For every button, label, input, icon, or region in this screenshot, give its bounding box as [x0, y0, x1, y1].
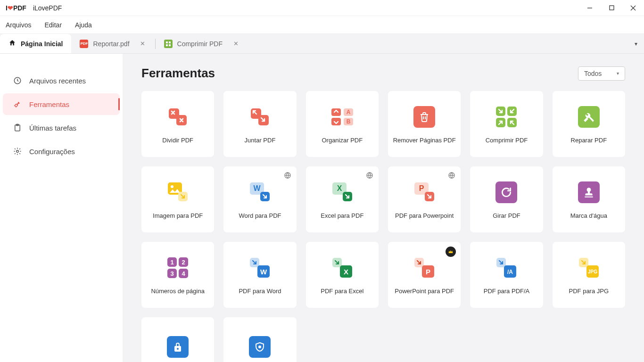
globe-icon — [283, 171, 292, 180]
sidebar-label: Ferramentas — [29, 100, 69, 108]
tool-pdf-to-word[interactable]: W PDF para Word — [223, 242, 296, 308]
tool-pdf-to-jpg[interactable]: JPG PDF para JPG — [553, 242, 625, 308]
tool-label: Juntar PDF — [245, 137, 276, 144]
logo-text: I❤PDF — [6, 4, 26, 12]
svg-rect-4 — [166, 41, 168, 43]
filter-dropdown[interactable]: Todos ▾ — [578, 66, 625, 81]
pdf-word-icon: W — [247, 255, 273, 281]
lock-icon — [165, 334, 191, 360]
content-header: Ferramentas Todos ▾ — [141, 66, 625, 81]
window-controls — [579, 0, 644, 16]
filter-label: Todos — [584, 70, 602, 77]
menu-help[interactable]: Ajuda — [75, 21, 92, 29]
svg-rect-17 — [331, 118, 341, 125]
svg-text:B: B — [346, 118, 350, 125]
merge-icon — [247, 104, 273, 130]
tool-word-to-pdf[interactable]: W Word para PDF — [223, 166, 296, 232]
svg-rect-7 — [169, 44, 171, 46]
tool-label: Word para PDF — [239, 212, 281, 220]
tool-label: PDF para Excel — [321, 288, 363, 295]
maximize-button[interactable] — [601, 0, 622, 16]
repair-icon — [576, 104, 602, 130]
svg-text:2: 2 — [182, 259, 185, 266]
tool-page-numbers[interactable]: 1234 Números de página — [141, 242, 214, 308]
svg-rect-1 — [610, 6, 614, 10]
image-icon — [165, 179, 191, 206]
tool-image-to-pdf[interactable]: Imagem para PDF — [141, 166, 214, 232]
tab-home[interactable]: Página Inicial — [0, 34, 71, 53]
sidebar-label: Últimas tarefas — [29, 124, 76, 132]
tab-bar: Página Inicial PDF Reportar.pdf ✕ Compri… — [0, 34, 644, 54]
tool-merge-pdf[interactable]: Juntar PDF — [223, 91, 296, 157]
tool-watermark[interactable]: Marca d'água — [553, 166, 625, 232]
main: Arquivos recentes Ferramentas Últimas ta… — [0, 54, 644, 362]
tool-excel-to-pdf[interactable]: X Excel para PDF — [306, 166, 379, 232]
svg-text:/A: /A — [507, 269, 513, 275]
pdfa-icon: /A — [493, 255, 520, 281]
close-icon[interactable]: ✕ — [232, 40, 239, 48]
tool-remove-pages[interactable]: Remover Páginas PDF — [388, 91, 461, 157]
chevron-down-icon[interactable]: ▾ — [635, 41, 637, 47]
svg-point-27 — [171, 185, 173, 188]
compress-icon — [164, 40, 173, 48]
minimize-button[interactable] — [579, 0, 601, 16]
crown-icon — [446, 247, 456, 257]
page-numbers-icon: 1234 — [165, 255, 191, 281]
tool-pdf-to-excel[interactable]: X PDF para Excel — [306, 242, 379, 308]
pdf-file-icon: PDF — [80, 40, 88, 48]
tool-label: Remover Páginas PDF — [393, 137, 456, 144]
shield-icon — [247, 334, 273, 360]
sidebar-item-tools[interactable]: Ferramentas — [3, 93, 120, 115]
sidebar-item-tasks[interactable]: Últimas tarefas — [3, 117, 120, 139]
tab-compress[interactable]: Comprimir PDF ✕ — [156, 34, 248, 53]
stamp-icon — [576, 179, 602, 206]
tool-label: Excel para PDF — [321, 212, 363, 220]
content: Ferramentas Todos ▾ Dividir PDF Juntar P… — [123, 54, 644, 362]
tab-file-label: Reportar.pdf — [93, 40, 129, 48]
tool-label: Números de página — [151, 288, 204, 295]
svg-text:JPG: JPG — [588, 269, 597, 274]
excel-icon: X — [329, 179, 355, 206]
globe-icon — [365, 171, 374, 180]
svg-text:P: P — [419, 184, 424, 192]
menu-edit[interactable]: Editar — [44, 21, 62, 29]
sidebar-item-recent[interactable]: Arquivos recentes — [3, 70, 120, 91]
page-title: Ferramentas — [141, 66, 215, 81]
svg-text:3: 3 — [171, 270, 174, 277]
tool-unlock[interactable] — [223, 317, 296, 362]
svg-text:4: 4 — [182, 270, 186, 277]
heart-icon: ❤ — [8, 4, 13, 12]
ppt-pdf-icon: P — [411, 255, 438, 281]
powerpoint-icon: P — [411, 179, 438, 206]
close-icon[interactable]: ✕ — [139, 40, 147, 48]
tool-pdf-to-powerpoint[interactable]: P PDF para Powerpoint — [388, 166, 461, 232]
tool-split-pdf[interactable]: Dividir PDF — [141, 91, 214, 157]
tab-file[interactable]: PDF Reportar.pdf ✕ — [71, 34, 155, 53]
organize-icon: AB — [329, 104, 355, 130]
tool-label: Reparar PDF — [571, 137, 607, 144]
svg-text:P: P — [426, 268, 430, 276]
sidebar-item-settings[interactable]: Configurações — [3, 140, 120, 162]
tool-pdf-to-pdfa[interactable]: /A PDF para PDF/A — [470, 242, 543, 308]
close-button[interactable] — [622, 0, 644, 16]
tool-compress-pdf[interactable]: Comprimir PDF — [470, 91, 543, 157]
tool-label: Girar PDF — [493, 212, 520, 220]
tool-repair-pdf[interactable]: Reparar PDF — [553, 91, 625, 157]
sidebar-label: Arquivos recentes — [29, 77, 86, 85]
svg-rect-16 — [331, 108, 341, 116]
tool-label: PDF para Powerpoint — [395, 212, 454, 220]
rotate-icon — [493, 179, 520, 206]
tool-protect[interactable] — [141, 317, 214, 362]
tool-label: PDF para JPG — [569, 288, 609, 295]
svg-text:X: X — [337, 184, 342, 192]
title-bar: I❤PDF iLovePDF — [0, 0, 644, 16]
trash-icon — [411, 104, 438, 130]
app-logo: I❤PDF iLovePDF — [6, 4, 62, 12]
tool-label: PDF para Word — [239, 288, 281, 295]
app-name: iLovePDF — [33, 4, 62, 12]
tool-powerpoint-to-pdf[interactable]: P PowerPoint para PDF — [388, 242, 461, 308]
menu-files[interactable]: Arquivos — [6, 21, 31, 29]
clipboard-icon — [13, 123, 22, 132]
tool-rotate-pdf[interactable]: Girar PDF — [470, 166, 543, 232]
tool-organize-pdf[interactable]: AB Organizar PDF — [306, 91, 379, 157]
